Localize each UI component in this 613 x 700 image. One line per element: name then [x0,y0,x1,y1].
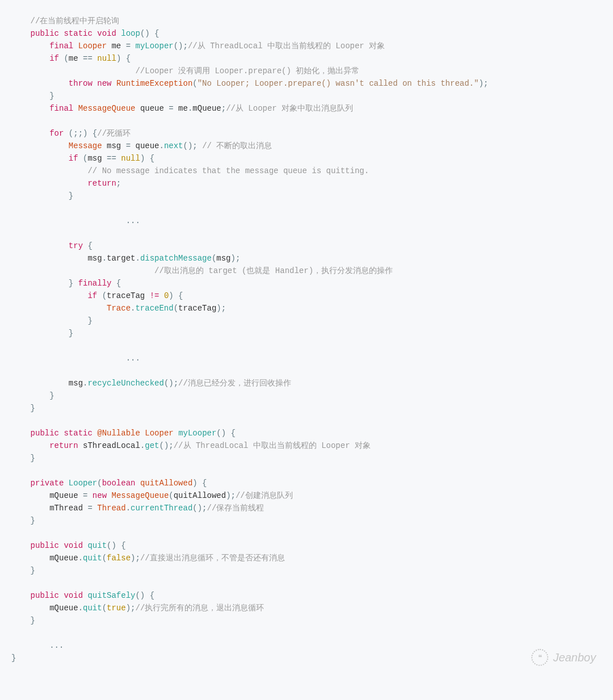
fn-loop: loop [121,29,140,38]
ellipsis: ... [49,641,64,650]
comment: //从 ThreadLocal 中取出当前线程的 Looper 对象 [188,41,385,51]
comment: //Looper 没有调用 Looper.prepare() 初始化，抛出异常 [135,66,359,76]
keyword-public: public [31,29,59,38]
comment: //创建消息队列 [236,491,293,500]
keyword-final: final [49,41,73,51]
annotation-nullable: @Nullable [97,429,140,438]
keyword-static: static [64,29,92,38]
watermark: ❝ Jeanboy [531,649,596,666]
comment: //消息已经分发，进行回收操作 [178,379,291,388]
ellipsis: ... [126,216,140,225]
comment: // 不断的取出消息 [202,141,272,150]
comment: //执行完所有的消息，退出消息循环 [135,603,264,613]
comment: //取出消息的 target (也就是 Handler)，执行分发消息的操作 [154,266,393,275]
comment: //从 ThreadLocal 中取出当前线程的 Looper 对象 [174,441,371,450]
type-looper: Looper [78,41,107,51]
comment: //从 Looper 对象中取出消息队列 [226,104,353,113]
watermark-text: Jeanboy [553,651,596,664]
comment: //在当前线程中开启轮询 [31,16,120,26]
string-literal: "No Looper; Looper.prepare() wasn't call… [198,79,479,88]
comment: //保存当前线程 [207,504,264,513]
ellipsis: ... [126,354,140,363]
comment: //直接退出消息循环，不管是否还有消息 [140,554,285,563]
comment: // No message indicates that the message… [87,166,369,175]
comment: //死循环 [97,129,131,138]
code-block: //在当前线程中开启轮询 public static void loop() {… [0,0,613,700]
wechat-icon: ❝ [531,649,548,666]
keyword-void: void [97,29,116,38]
